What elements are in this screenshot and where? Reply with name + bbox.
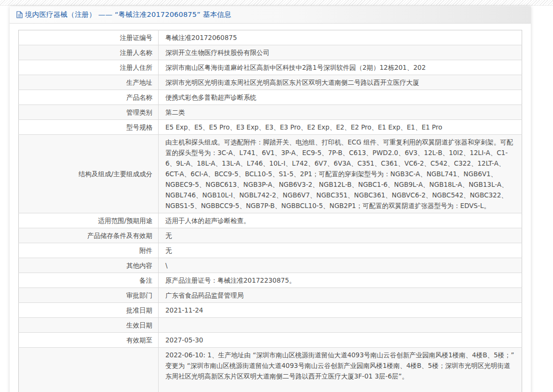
row-label: 审批部门 (19, 288, 159, 303)
table-row: 有效期至2027-05-30 (19, 333, 522, 348)
row-value: 深圳市光明区光明街道东周社区光明高新区东片区双明大道南侧二号路以西开立医疗大厦 (159, 75, 522, 90)
row-value: 无 (159, 228, 522, 243)
table-row: 适用范围/预期用途适用于人体的超声诊断检查。 (19, 213, 522, 228)
table-container: 注册证编号粤械注准20172060875注册人名称深圳开立生物医疗科技股份有限公… (10, 24, 531, 392)
row-label: 批准日期 (19, 303, 159, 318)
row-value: 适用于人体的超声诊断检查。 (159, 213, 522, 228)
content-card: 境内医疗器械（注册） —— “粤械注准20172060875” 基本信息 注册证… (10, 6, 531, 392)
row-value: 便携式彩色多普勒超声诊断系统 (159, 90, 522, 105)
table-row: 附件无 (19, 243, 522, 258)
row-label: 其他内容 (19, 258, 159, 273)
page-top-stripe-band (0, 0, 553, 6)
row-value: 广东省食品药品监督管理局 (159, 288, 522, 303)
table-row: 管理类别第二类 (19, 105, 522, 120)
row-label: 有效期至 (19, 333, 159, 348)
row-label: 适用范围/预期用途 (19, 213, 159, 228)
row-label: 产品储存条件及有效期 (19, 228, 159, 243)
table-row: 生产地址深圳市光明区光明街道东周社区光明高新区东片区双明大道南侧二号路以西开立医… (19, 75, 522, 90)
row-label: 注册人住所 (19, 60, 159, 75)
row-value (159, 318, 522, 333)
row-value: 2021-11-24 (159, 303, 522, 318)
row-label: 注册证编号 (19, 30, 159, 45)
table-row: 其他内容\ (19, 258, 522, 273)
row-value: 原产品注册证号：粤械注准20172230875。 (159, 273, 522, 288)
row-value: 2027-05-30 (159, 333, 522, 348)
row-label: 产品名称 (19, 90, 159, 105)
row-value: 无 (159, 243, 522, 258)
row-label: 生效日期 (19, 318, 159, 333)
row-value: 第二类 (159, 105, 522, 120)
table-row: 审批部门广东省食品药品监督管理局 (19, 288, 522, 303)
page-header: 境内医疗器械（注册） —— “粤械注准20172060875” 基本信息 (10, 6, 531, 24)
row-label: 生产地址 (19, 75, 159, 90)
page-title: 境内医疗器械（注册） —— “粤械注准20172060875” 基本信息 (25, 10, 231, 19)
row-label (19, 348, 159, 392)
table-row: 产品名称便携式彩色多普勒超声诊断系统 (19, 90, 522, 105)
row-label: 附件 (19, 243, 159, 258)
table-row: 生效日期 (19, 318, 522, 333)
row-value-paragraph: 2022-06-10: 1、生产地址由 “深圳市南山区桃源街道留仙大道4093号… (165, 350, 515, 381)
table-row: 产品储存条件及有效期无 (19, 228, 522, 243)
row-value: E5 Exp、E5、E5 Pro、E3 Exp、E3、E3 Pro、E2 Exp… (159, 120, 522, 135)
table-row: 注册人名称深圳开立生物医疗科技股份有限公司 (19, 45, 522, 60)
row-label: 型号规格 (19, 120, 159, 135)
row-label: 备注 (19, 273, 159, 288)
row-value: 由主机和探头组成。可选配附件：脚踏开关、电池组、打印机、ECG 组件、可重复利用… (159, 135, 522, 213)
row-label: 管理类别 (19, 105, 159, 120)
row-value: 2022-06-10: 1、生产地址由 “深圳市南山区桃源街道留仙大道4093号… (159, 348, 522, 392)
document-icon (16, 11, 23, 18)
table-row: 型号规格E5 Exp、E5、E5 Pro、E3 Exp、E3、E3 Pro、E2… (19, 120, 522, 135)
row-label: 结构及组成/主要组成成分 (19, 135, 159, 213)
row-value: 深圳开立生物医疗科技股份有限公司 (159, 45, 522, 60)
table-row: 2022-06-10: 1、生产地址由 “深圳市南山区桃源街道留仙大道4093号… (19, 348, 522, 392)
row-value: 深圳市南山区粤海街道麻岭社区高新中区科技中2路1号深圳软件园（2期）12栋201… (159, 60, 522, 75)
row-label: 注册人名称 (19, 45, 159, 60)
table-row: 注册人住所深圳市南山区粤海街道麻岭社区高新中区科技中2路1号深圳软件园（2期）1… (19, 60, 522, 75)
row-value: 粤械注准20172060875 (159, 30, 522, 45)
registration-info-table: 注册证编号粤械注准20172060875注册人名称深圳开立生物医疗科技股份有限公… (18, 30, 522, 392)
row-value: \ (159, 258, 522, 273)
table-row: 结构及组成/主要组成成分由主机和探头组成。可选配附件：脚踏开关、电池组、打印机、… (19, 135, 522, 213)
table-row: 批准日期2021-11-24 (19, 303, 522, 318)
table-row: 注册证编号粤械注准20172060875 (19, 30, 522, 45)
table-row: 备注原产品注册证号：粤械注准20172230875。 (19, 273, 522, 288)
